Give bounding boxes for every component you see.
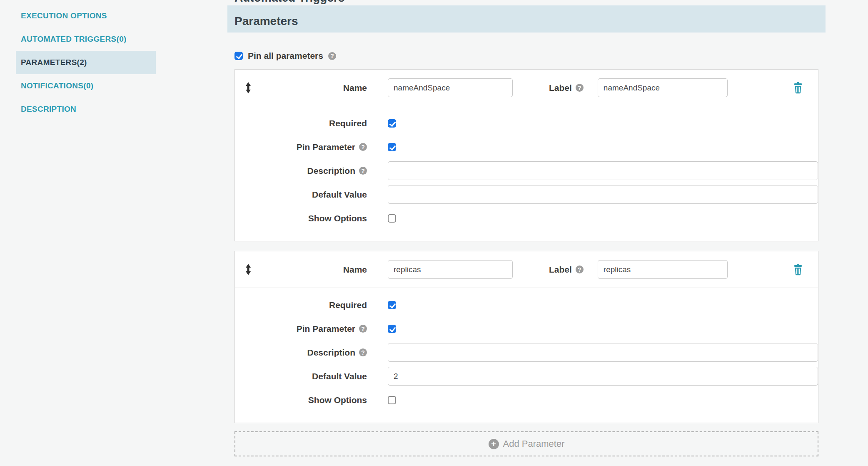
- pin-all-parameters-label: Pin all parameters: [248, 51, 323, 61]
- help-glyph: ?: [578, 85, 581, 91]
- parameters-list: Name Label ?: [234, 69, 818, 456]
- pin-parameter-label: Pin Parameter: [297, 324, 355, 334]
- help-icon[interactable]: ?: [359, 167, 367, 175]
- pin-all-parameters-row: Pin all parameters ?: [234, 51, 826, 61]
- trash-icon: [793, 82, 803, 94]
- required-checkbox[interactable]: [388, 119, 396, 128]
- default-value-label: Default Value: [312, 190, 367, 200]
- default-value-row: Default Value: [235, 183, 818, 206]
- show-options-checkbox[interactable]: [388, 214, 396, 223]
- sidebar-item-parameters[interactable]: PARAMETERS(2): [16, 51, 156, 74]
- description-label: Description: [307, 166, 355, 176]
- plus-circle-icon: +: [489, 439, 499, 449]
- sidebar-item-description[interactable]: DESCRIPTION: [16, 98, 156, 121]
- default-value-row: Default Value: [235, 364, 818, 388]
- parameter-card-header: Name Label ?: [235, 70, 818, 106]
- show-options-label: Show Options: [308, 213, 367, 223]
- label-field-label: Label: [549, 265, 572, 275]
- pin-parameter-row: Pin Parameter ?: [235, 317, 818, 341]
- required-label: Required: [329, 118, 367, 128]
- help-icon[interactable]: ?: [359, 143, 367, 151]
- parameter-label-input[interactable]: [598, 260, 728, 279]
- config-sidebar: EXECUTION OPTIONS AUTOMATED TRIGGERS(0) …: [16, 4, 156, 121]
- drag-handle-icon[interactable]: [244, 82, 252, 93]
- description-row: Description ?: [235, 341, 818, 364]
- help-glyph: ?: [578, 267, 581, 273]
- help-glyph: ?: [361, 326, 365, 332]
- required-checkbox[interactable]: [388, 301, 396, 309]
- help-glyph: ?: [330, 53, 334, 59]
- label-field-label-group: Label ?: [549, 83, 584, 93]
- label-field-label: Label: [549, 83, 572, 93]
- parameter-card-body: Required Pin Parameter ?: [235, 288, 818, 423]
- description-input[interactable]: [388, 161, 818, 180]
- help-glyph: ?: [361, 350, 365, 356]
- help-icon[interactable]: ?: [576, 84, 584, 92]
- trash-icon: [793, 264, 803, 276]
- parameter-card-header: Name Label ?: [235, 251, 818, 288]
- page-title: Parameters: [234, 15, 298, 28]
- parameter-card: Name Label ?: [234, 251, 818, 423]
- add-parameter-label: Add Parameter: [503, 438, 565, 449]
- pin-parameter-row: Pin Parameter ?: [235, 135, 818, 159]
- help-glyph: ?: [361, 144, 365, 150]
- label-field-label-group: Label ?: [549, 265, 584, 275]
- pipeline-config-page: EXECUTION OPTIONS AUTOMATED TRIGGERS(0) …: [0, 0, 868, 466]
- help-icon[interactable]: ?: [576, 266, 584, 273]
- show-options-row: Show Options: [235, 206, 818, 230]
- sidebar-item-automated-triggers[interactable]: AUTOMATED TRIGGERS(0): [16, 28, 156, 51]
- parameter-name-input[interactable]: [388, 260, 513, 279]
- delete-parameter-button[interactable]: [793, 264, 803, 276]
- drag-handle-icon[interactable]: [244, 264, 252, 275]
- help-icon[interactable]: ?: [359, 348, 367, 356]
- help-icon[interactable]: ?: [359, 325, 367, 333]
- sidebar-item-notifications[interactable]: NOTIFICATIONS(0): [16, 74, 156, 98]
- delete-parameter-button[interactable]: [793, 82, 803, 94]
- parameter-card-body: Required Pin Parameter ?: [235, 106, 818, 241]
- add-parameter-button[interactable]: + Add Parameter: [234, 431, 818, 456]
- show-options-row: Show Options: [235, 388, 818, 412]
- required-row: Required: [235, 293, 818, 317]
- clipped-previous-section-heading: Automated Triggers: [227, 0, 826, 5]
- parameter-card: Name Label ?: [234, 69, 818, 241]
- help-icon[interactable]: ?: [328, 52, 336, 60]
- description-input[interactable]: [388, 343, 818, 362]
- parameter-label-input[interactable]: [598, 78, 728, 97]
- pin-parameter-checkbox[interactable]: [388, 143, 396, 151]
- default-value-label: Default Value: [312, 371, 367, 381]
- required-row: Required: [235, 111, 818, 135]
- pin-parameter-checkbox[interactable]: [388, 325, 396, 333]
- name-field-label: Name: [252, 83, 367, 93]
- description-row: Description ?: [235, 159, 818, 183]
- name-field-label: Name: [252, 265, 367, 275]
- previous-section-title: Automated Triggers: [234, 0, 344, 5]
- default-value-input[interactable]: [388, 185, 818, 204]
- description-label: Description: [307, 348, 355, 358]
- plus-glyph: +: [491, 439, 496, 448]
- sidebar-item-execution-options[interactable]: EXECUTION OPTIONS: [16, 4, 156, 28]
- required-label: Required: [329, 300, 367, 310]
- help-glyph: ?: [361, 168, 365, 174]
- parameter-name-input[interactable]: [388, 78, 513, 97]
- section-header: Parameters: [227, 5, 826, 33]
- parameters-section: Automated Triggers Parameters Pin all pa…: [227, 0, 826, 456]
- pin-all-parameters-checkbox[interactable]: [234, 52, 243, 60]
- show-options-label: Show Options: [308, 395, 367, 405]
- show-options-checkbox[interactable]: [388, 396, 396, 404]
- default-value-input[interactable]: [388, 367, 818, 386]
- pin-parameter-label: Pin Parameter: [297, 142, 355, 152]
